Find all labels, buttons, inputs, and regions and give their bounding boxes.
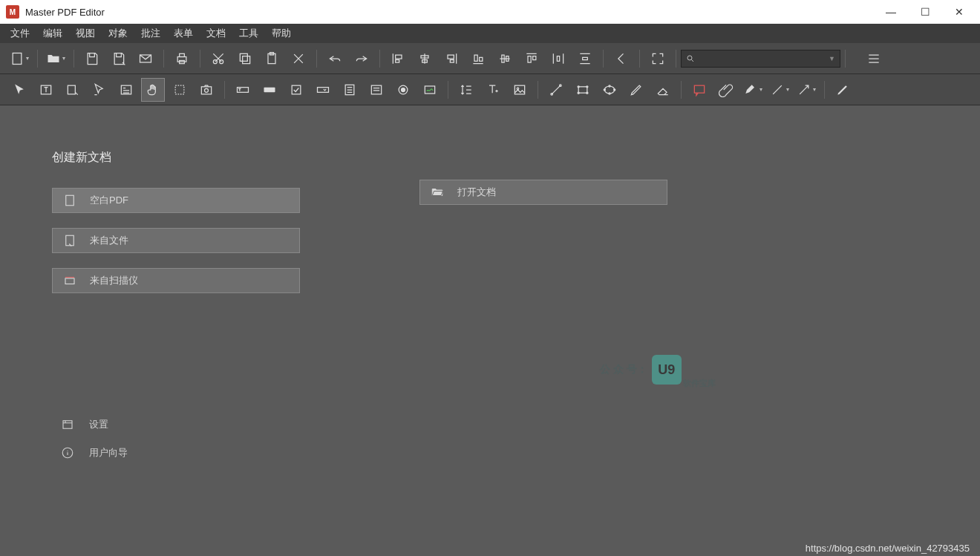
minimize-button[interactable]: — xyxy=(881,6,901,18)
paste-button[interactable] xyxy=(260,47,284,71)
svg-rect-15 xyxy=(175,85,184,94)
blank-pdf-label: 空白PDF xyxy=(90,194,128,207)
align-center-v-button[interactable] xyxy=(493,47,517,71)
menu-tools[interactable]: 工具 xyxy=(233,25,264,42)
email-button[interactable] xyxy=(134,47,157,71)
open-document-label: 打开文档 xyxy=(457,186,496,199)
watermark-badge: U9 软件宝库 xyxy=(652,355,682,385)
distribute-h-button[interactable] xyxy=(546,47,570,71)
select-area-button[interactable] xyxy=(168,78,192,102)
undo-button[interactable] xyxy=(323,47,347,71)
user-guide-link[interactable]: 用户向导 xyxy=(52,446,128,459)
prev-page-button[interactable] xyxy=(610,47,633,71)
menu-file[interactable]: 文件 xyxy=(4,25,36,42)
hand-tool-button[interactable] xyxy=(141,78,165,102)
menu-document[interactable]: 文档 xyxy=(200,25,232,42)
save-button[interactable] xyxy=(80,47,104,71)
checkbox-field-button[interactable] xyxy=(284,78,308,102)
pencil-tool-button[interactable] xyxy=(624,78,648,102)
delete-button[interactable] xyxy=(287,47,310,71)
line-annot-button[interactable]: ▾ xyxy=(768,78,791,102)
form-edit-button[interactable] xyxy=(114,78,138,102)
menu-object[interactable]: 对象 xyxy=(102,25,134,42)
app-title: Master PDF Editor xyxy=(25,7,881,18)
svg-rect-26 xyxy=(425,86,434,94)
distribute-v-button[interactable] xyxy=(573,47,597,71)
from-file-button[interactable]: 来自文件 xyxy=(52,228,300,253)
button-field-button[interactable] xyxy=(258,78,281,102)
align-left-button[interactable] xyxy=(386,47,410,71)
open-folder-button[interactable]: ▾ xyxy=(44,47,68,71)
align-center-h-button[interactable] xyxy=(413,47,437,71)
pointer-tool-button[interactable] xyxy=(7,78,31,102)
watermark-label: 公 众 号： xyxy=(600,363,647,376)
textfield-button[interactable] xyxy=(231,78,255,102)
highlight-tool-button[interactable]: ▾ xyxy=(741,78,765,102)
svg-point-11 xyxy=(687,56,692,60)
insert-image-button[interactable] xyxy=(508,78,532,102)
new-file-button[interactable]: ▾ xyxy=(7,47,31,71)
dropdown-field-button[interactable] xyxy=(311,78,335,102)
copy-button[interactable] xyxy=(233,47,257,71)
svg-rect-20 xyxy=(292,85,301,94)
statusbar: https://blog.csdn.net/weixin_42793435 xyxy=(0,540,980,556)
settings-link[interactable]: 设置 xyxy=(52,418,128,431)
menu-edit[interactable]: 编辑 xyxy=(37,25,68,42)
stamp-tool-button[interactable] xyxy=(831,78,855,102)
signature-field-button[interactable] xyxy=(418,78,442,102)
menu-comment[interactable]: 批注 xyxy=(135,25,166,42)
source-url-text: https://blog.csdn.net/weixin_42793435 xyxy=(806,543,970,554)
close-button[interactable]: ✕ xyxy=(949,6,970,18)
attachment-tool-button[interactable] xyxy=(714,78,738,102)
line-tool-button[interactable] xyxy=(544,78,568,102)
ellipse-tool-button[interactable] xyxy=(598,78,621,102)
svg-rect-27 xyxy=(514,85,524,94)
search-input[interactable]: ▼ xyxy=(681,50,840,68)
maximize-button[interactable]: ☐ xyxy=(915,6,935,18)
svg-rect-19 xyxy=(264,87,275,92)
svg-rect-44 xyxy=(65,278,74,284)
titlebar: M Master PDF Editor — ☐ ✕ xyxy=(0,0,980,24)
vector-select-button[interactable] xyxy=(88,78,111,102)
insert-text-button[interactable] xyxy=(481,78,505,102)
menu-view[interactable]: 视图 xyxy=(70,25,101,42)
cut-button[interactable] xyxy=(206,47,230,71)
from-scanner-button[interactable]: 来自扫描仪 xyxy=(52,268,300,293)
align-right-button[interactable] xyxy=(440,47,463,71)
menu-form[interactable]: 表单 xyxy=(168,25,199,42)
print-button[interactable] xyxy=(170,47,194,71)
align-top-button[interactable] xyxy=(520,47,543,71)
watermark: 公 众 号： U9 软件宝库 xyxy=(600,355,682,385)
app-logo-icon: M xyxy=(6,5,19,19)
radio-field-button[interactable] xyxy=(391,78,415,102)
menu-help[interactable]: 帮助 xyxy=(266,25,297,42)
svg-rect-45 xyxy=(63,421,72,429)
listbox2-field-button[interactable] xyxy=(365,78,388,102)
svg-rect-8 xyxy=(240,53,247,61)
redo-button[interactable] xyxy=(350,47,373,71)
svg-rect-31 xyxy=(578,86,587,92)
create-document-heading: 创建新文档 xyxy=(52,150,928,166)
menubar: 文件 编辑 视图 对象 批注 表单 文档 工具 帮助 xyxy=(0,24,980,43)
svg-rect-23 xyxy=(371,85,381,94)
blank-pdf-button[interactable]: 空白PDF xyxy=(52,188,300,213)
watermark-sub: 软件宝库 xyxy=(683,378,716,389)
settings-label: 设置 xyxy=(89,418,108,431)
listbox-field-button[interactable] xyxy=(338,78,362,102)
eraser-tool-button[interactable] xyxy=(651,78,675,102)
arrow-annot-button[interactable]: ▾ xyxy=(794,78,818,102)
comment-tool-button[interactable] xyxy=(687,78,711,102)
open-document-button[interactable]: 打开文档 xyxy=(419,180,667,205)
text-edit-button[interactable] xyxy=(34,78,58,102)
rectangle-tool-button[interactable] xyxy=(571,78,595,102)
line-spacing-button[interactable] xyxy=(454,78,478,102)
hamburger-menu-button[interactable] xyxy=(862,47,886,71)
align-bottom-button[interactable] xyxy=(466,47,490,71)
from-scanner-label: 来自扫描仪 xyxy=(90,274,138,287)
object-edit-button[interactable] xyxy=(61,78,85,102)
svg-rect-7 xyxy=(243,56,250,63)
snapshot-button[interactable] xyxy=(195,78,218,102)
toolbar-main: ▾ ▾ ▼ xyxy=(0,43,980,74)
fit-page-button[interactable] xyxy=(646,47,670,71)
save-as-button[interactable] xyxy=(107,47,131,71)
